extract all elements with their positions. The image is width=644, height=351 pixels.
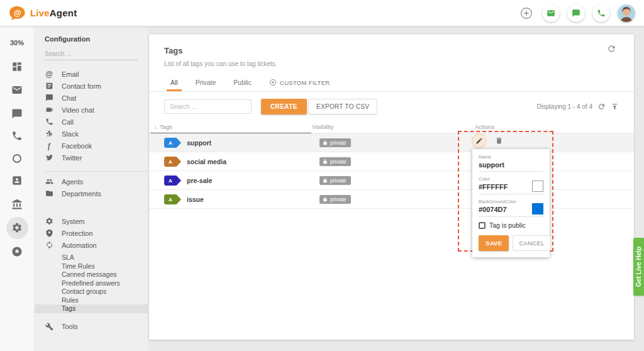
sidebar-item-video-chat[interactable]: Video chat [35, 104, 148, 116]
sidebar-item-chat[interactable]: Chat [35, 92, 148, 104]
autorenew-icon [45, 241, 53, 250]
tag-name: pre-sale [187, 177, 212, 184]
sidebar-item-call[interactable]: Call [35, 116, 148, 128]
cancel-button[interactable]: CANCEL [513, 235, 550, 251]
sidebar-item-contact-form[interactable]: Contact form [35, 80, 148, 92]
videocam-icon [45, 106, 53, 114]
tab-all[interactable]: All [162, 74, 187, 91]
sidebar-item-tags[interactable]: Tags [35, 304, 148, 313]
sidebar-item-tools[interactable]: Tools [35, 321, 148, 333]
calls-icon[interactable] [0, 130, 34, 142]
tag-chip: A [164, 157, 181, 167]
refresh-list-icon[interactable] [597, 103, 606, 111]
tag-public-checkbox[interactable]: Tag is public [479, 221, 543, 229]
directory-menu: Agents Departments [35, 176, 148, 199]
column-visibility[interactable]: Visibility [312, 123, 333, 130]
sidebar-item-system[interactable]: System [35, 215, 148, 227]
page-title: Tags [164, 46, 182, 55]
contacts-icon[interactable] [0, 175, 34, 186]
logo-bubble-icon: @ [9, 6, 26, 21]
tab-private[interactable]: Private [187, 74, 225, 91]
displaying-text: Displaying 1 - 4 of 4 [537, 103, 592, 110]
sidebar-item-protection[interactable]: Protection [35, 227, 148, 239]
color-swatch[interactable] [532, 181, 543, 192]
background-color-field[interactable]: #0074D7 [479, 206, 532, 216]
collapse-top-icon[interactable] [611, 103, 619, 111]
chat-icon [45, 94, 53, 103]
edit-highlight-region: Name support Color #FFFFFF BackGroundCol… [458, 131, 553, 252]
sidebar-item-agents[interactable]: Agents [35, 176, 148, 187]
table-row-issue[interactable]: A issue private [149, 190, 634, 209]
sidebar-item-rules[interactable]: Rules [35, 296, 148, 305]
phone-icon [45, 118, 53, 126]
sidebar-item-slack[interactable]: Slack [35, 128, 148, 140]
lock-icon [323, 140, 328, 145]
sidebar-search-input[interactable] [45, 48, 138, 60]
sidebar-item-canned-messages[interactable]: Canned messages [35, 270, 148, 279]
tags-card: Tags List of all tags you can use to tag… [149, 35, 634, 340]
twitter-icon [45, 153, 53, 162]
pencil-icon [475, 137, 483, 145]
configuration-sidebar: Configuration @ Email Contact form Chat … [35, 26, 148, 351]
dashboard-icon[interactable] [0, 61, 34, 72]
facebook-icon: f [45, 142, 53, 150]
rewards-icon[interactable] [0, 246, 34, 257]
at-icon: @ [45, 70, 53, 79]
sidebar-item-time-rules[interactable]: Time Rules [35, 262, 148, 271]
top-bar: @ LiveAgent [0, 0, 644, 26]
online-visitors-icon[interactable] [0, 153, 34, 164]
new-call-button[interactable] [592, 4, 610, 22]
tickets-email-icon[interactable] [0, 84, 34, 96]
sidebar-item-facebook[interactable]: f Facebook [35, 140, 148, 152]
sidebar-item-email[interactable]: @ Email [35, 68, 148, 80]
brand-live: Live [30, 8, 50, 18]
sidebar-item-contact-groups[interactable]: Contact groups [35, 287, 148, 296]
visibility-badge: private [319, 157, 351, 166]
user-avatar[interactable] [618, 4, 635, 22]
color-field[interactable]: #FFFFFF [479, 183, 532, 193]
save-button[interactable]: SAVE [479, 235, 509, 251]
sidebar-item-predefined-answers[interactable]: Predefined answers [35, 279, 148, 288]
background-color-swatch[interactable] [532, 203, 543, 214]
name-field[interactable]: support [479, 161, 543, 172]
sidebar-item-sla[interactable]: SLA [35, 254, 148, 262]
liveagent-logo: @ LiveAgent [9, 6, 77, 21]
add-circle-icon[interactable] [518, 5, 535, 21]
get-live-help-button[interactable]: Get Live Help [633, 238, 644, 296]
email-icon [547, 9, 555, 18]
refresh-icon[interactable] [606, 44, 616, 54]
delete-tag-button[interactable] [494, 136, 503, 145]
sidebar-divider [45, 171, 148, 172]
new-email-button[interactable] [542, 4, 560, 22]
tag-chip: A [164, 176, 181, 186]
lock-icon [323, 197, 328, 202]
academy-icon[interactable] [0, 199, 34, 210]
settings-icon[interactable] [0, 222, 34, 233]
icon-rail: 30% [0, 26, 35, 351]
export-csv-button[interactable]: EXPORT TO CSV [308, 99, 377, 114]
folder-icon [45, 189, 53, 198]
edit-tag-button[interactable] [472, 133, 487, 148]
slack-icon [45, 130, 53, 138]
chats-icon[interactable] [0, 108, 34, 120]
channel-menu: @ Email Contact form Chat Video chat Cal… [35, 68, 148, 164]
sort-arrow-icon: ↓ [154, 123, 157, 130]
tab-public[interactable]: Public [225, 74, 260, 91]
sidebar-item-departments[interactable]: Departments [35, 187, 148, 199]
table-toolbar: CREATE EXPORT TO CSV Displaying 1 - 4 of… [149, 92, 634, 123]
table-row-social-media[interactable]: A social media private [149, 152, 634, 171]
search-input[interactable] [164, 99, 252, 114]
tag-chip: A [164, 138, 181, 148]
new-chat-button[interactable] [567, 4, 585, 22]
column-tags[interactable]: ↓ Tags [154, 123, 172, 130]
column-actions: Actions [475, 123, 494, 130]
table-row-pre-sale[interactable]: A pre-sale private [149, 171, 634, 190]
sidebar-item-twitter[interactable]: Twitter [35, 152, 148, 164]
table-row-support[interactable]: A support private [149, 133, 634, 152]
custom-filter-button[interactable]: CUSTOM FILTER [260, 74, 339, 91]
svg-text:@: @ [14, 8, 21, 17]
sidebar-title: Configuration [35, 35, 148, 44]
system-menu: System Protection Automation [35, 215, 148, 251]
sidebar-item-automation[interactable]: Automation [35, 239, 148, 251]
create-button[interactable]: CREATE [261, 99, 307, 114]
